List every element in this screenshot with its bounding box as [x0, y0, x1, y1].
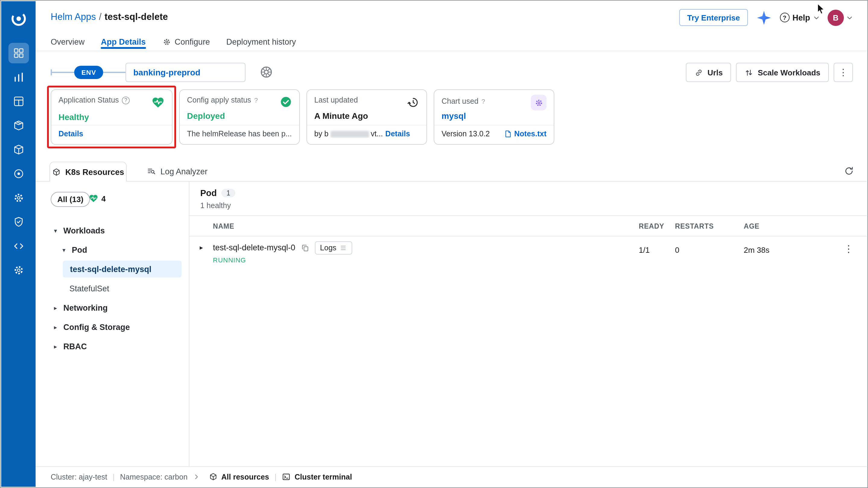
env-selector[interactable]: banking-preprod [125, 63, 246, 82]
chevron-right-icon [193, 474, 200, 480]
help-icon[interactable]: ? [482, 98, 485, 105]
avatar: B [828, 9, 844, 26]
devtron-logo[interactable] [7, 8, 29, 30]
page-title: test-sql-delete [105, 11, 168, 22]
filter-all-chip[interactable]: All (13) [51, 192, 90, 207]
tree-item-test-sql-delete-mysql[interactable]: test-sql-delete-mysql [63, 261, 182, 277]
chart-gear-icon [531, 95, 547, 111]
sidebar-item-application-groups[interactable] [8, 91, 29, 112]
notes-link[interactable]: Notes.txt [514, 130, 547, 138]
pod-ready: 1/1 [639, 245, 650, 254]
updated-by-prefix: by b [314, 130, 329, 138]
application-status-details-link[interactable]: Details [59, 130, 83, 138]
breadcrumb-parent-link[interactable]: Helm Apps [51, 11, 96, 22]
helm-icon [259, 65, 274, 80]
namespace-label[interactable]: Namespace: carbon [120, 472, 188, 481]
tab-app-details[interactable]: App Details [101, 37, 146, 46]
sidebar-item-global-config[interactable] [8, 260, 29, 280]
last-updated-details-link[interactable]: Details [385, 130, 410, 138]
heart-pulse-icon [151, 96, 165, 109]
devtron-logo-icon [9, 10, 27, 28]
header-actions: Try Enterprise ? Help B [680, 8, 853, 27]
resource-tabbar: K8s Resources Log Analyzer [36, 162, 867, 182]
caret-down-icon: ▾ [61, 246, 67, 253]
logs-button[interactable]: Logs [315, 241, 352, 254]
sidebar-item-bulk-edit[interactable] [8, 236, 29, 256]
refresh-icon[interactable] [844, 166, 854, 176]
pod-status: RUNNING [213, 256, 246, 264]
tree-node-networking[interactable]: ▸Networking [53, 300, 108, 315]
urls-button[interactable]: Urls [686, 63, 732, 82]
application-groups-icon [12, 95, 25, 108]
sidebar-item-releases[interactable] [8, 163, 29, 184]
sidebar-item-jobs[interactable] [8, 67, 29, 88]
tree-node-statefulset[interactable]: StatefulSet [69, 280, 109, 296]
tree-node-pod[interactable]: ▾Pod [61, 242, 87, 257]
pod-health-subtitle: 1 healthy [200, 202, 231, 210]
row-menu-kebab-icon[interactable]: ⋮ [844, 243, 854, 254]
caret-down-icon: ▾ [53, 227, 59, 234]
resource-browser-icon [12, 144, 25, 156]
all-resources-link[interactable]: All resources [209, 472, 269, 481]
application-status-card[interactable]: Application Status? Healthy Details [51, 89, 173, 145]
tree-node-workloads[interactable]: ▾Workloads [53, 222, 105, 238]
pod-name[interactable]: test-sql-delete-mysql-0 [213, 243, 295, 252]
env-actions: Urls Scale Workloads ⋮ [686, 63, 853, 82]
status-bar: Cluster: ajay-test | Namespace: carbon A… [36, 466, 867, 487]
chart-used-card[interactable]: Chart used? mysql Version 13.0.2 Notes.t… [434, 89, 554, 145]
terminal-icon [282, 472, 291, 481]
chart-store-icon [12, 119, 25, 131]
tab-k8s-resources[interactable]: K8s Resources [50, 162, 127, 182]
kebab-icon: ⋮ [839, 67, 848, 78]
chart-version: Version 13.0.2 [441, 130, 490, 138]
tab-configure[interactable]: Configure [162, 37, 210, 46]
help-icon[interactable]: ? [254, 96, 258, 104]
cluster-terminal-link[interactable]: Cluster terminal [282, 472, 352, 481]
copy-icon[interactable] [301, 243, 309, 252]
help-label: Help [792, 13, 810, 22]
clusters-gear-icon [12, 192, 25, 204]
app-window: Helm Apps/test-sql-delete Try Enterprise… [0, 0, 868, 488]
sidebar-item-clusters[interactable] [8, 188, 29, 208]
jobs-icon [12, 71, 25, 83]
tab-log-analyzer[interactable]: Log Analyzer [140, 162, 215, 181]
global-config-gear-icon [12, 264, 25, 276]
config-apply-status-card[interactable]: Config apply status? Deployed The helmRe… [179, 89, 300, 145]
tab-overview[interactable]: Overview [51, 37, 85, 46]
col-header-restarts: RESTARTS [675, 222, 714, 230]
help-menu[interactable]: ? Help [780, 13, 820, 22]
cube-icon [52, 167, 61, 177]
releases-icon [12, 168, 25, 180]
sidebar-item-applications[interactable] [8, 43, 29, 63]
try-enterprise-button[interactable]: Try Enterprise [680, 9, 748, 26]
tree-node-config-storage[interactable]: ▸Config & Storage [53, 319, 130, 335]
filter-healthy-chip[interactable]: 4 [89, 194, 105, 203]
chevron-down-icon [813, 14, 820, 21]
last-updated-card[interactable]: Last updated A Minute Ago by b vt... Det… [306, 89, 427, 145]
sidebar-item-chart-store[interactable] [8, 115, 29, 136]
sparkle-icon[interactable] [755, 9, 772, 26]
healthy-count: 4 [101, 194, 105, 203]
col-header-name: NAME [213, 222, 234, 230]
last-updated-value: A Minute Ago [314, 111, 419, 121]
sidebar-item-resource-browser[interactable] [8, 139, 29, 160]
env-more-button[interactable]: ⋮ [834, 63, 853, 82]
pod-age: 2m 38s [744, 245, 769, 254]
chart-name-link[interactable]: mysql [441, 111, 547, 121]
row-expand-icon[interactable]: ▸ [200, 244, 203, 251]
app-nav-tabs: Overview App Details Configure Deploymen… [51, 35, 296, 48]
link-icon [694, 68, 703, 77]
env-connector-line [101, 72, 125, 73]
tab-deployment-history[interactable]: Deployment history [226, 37, 296, 46]
help-icon: ? [780, 13, 789, 22]
cluster-label[interactable]: Cluster: ajay-test [51, 472, 107, 481]
breadcrumb-separator: / [99, 11, 102, 22]
tree-node-rbac[interactable]: ▸RBAC [53, 338, 87, 354]
caret-right-icon: ▸ [53, 343, 59, 349]
bulk-edit-code-icon [12, 240, 25, 252]
scale-workloads-button[interactable]: Scale Workloads [736, 63, 829, 82]
sidebar [1, 1, 36, 487]
user-menu[interactable]: B [828, 9, 853, 26]
sidebar-item-security[interactable] [8, 212, 29, 232]
help-icon[interactable]: ? [122, 96, 130, 104]
